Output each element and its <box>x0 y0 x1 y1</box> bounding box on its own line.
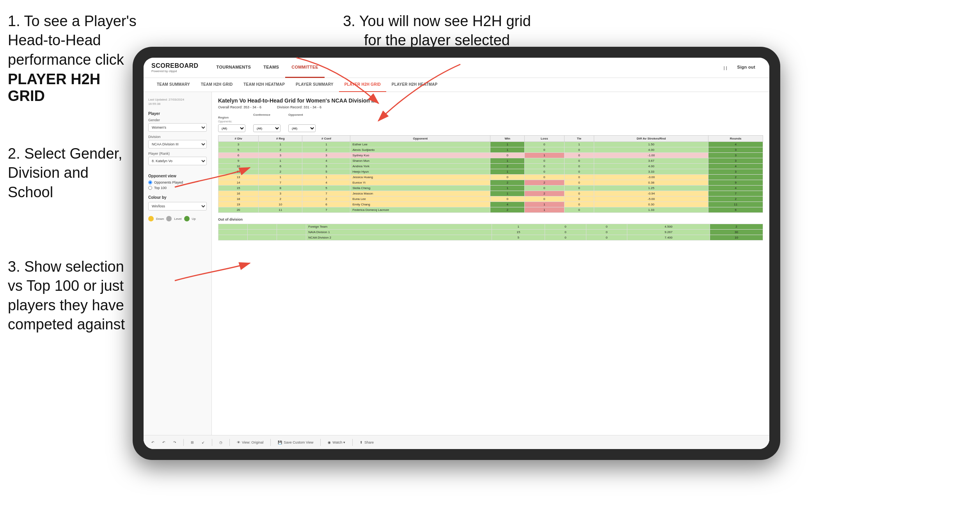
table-cell: 1 <box>259 175 302 180</box>
table-cell: 7 <box>259 180 302 186</box>
table-cell: 4 <box>708 164 763 169</box>
th-loss: Loss <box>525 136 565 142</box>
table-cell: 8 <box>259 186 302 191</box>
colour-by-select[interactable]: Win/loss <box>148 202 207 210</box>
opponent-view-title: Opponent view <box>148 174 207 178</box>
sidebar-player-rank-select[interactable]: 8. Katelyn Vo <box>148 157 207 165</box>
table-cell: 1.25 <box>594 186 708 191</box>
logo-text: SCOREBOARD <box>151 62 199 69</box>
ood-table-cell: 0 <box>545 235 586 241</box>
toolbar-share[interactable]: ⬆ Share <box>357 439 376 446</box>
table-cell: Jessica Mason <box>350 191 490 196</box>
content-area: Katelyn Vo Head-to-Head Grid for Women's… <box>212 92 769 449</box>
sub-nav-team-h2h-grid[interactable]: TEAM H2H GRID <box>195 78 238 92</box>
table-cell: Sydney Kuo <box>350 153 490 158</box>
toolbar-sep4 <box>270 439 271 446</box>
table-cell: 3 <box>259 191 302 196</box>
ood-table-body: Foreign Team1004.5002NAIA Division 11500… <box>218 224 763 241</box>
table-cell: 2 <box>525 191 565 196</box>
sidebar-division-label: Division <box>148 135 207 139</box>
table-cell: 2 <box>708 196 763 202</box>
radio-group: Opponents Played Top 100 <box>148 180 207 190</box>
sign-out-link[interactable]: Sign out <box>731 58 762 78</box>
table-cell: 9 <box>218 158 259 164</box>
table-cell: 0 <box>525 164 565 169</box>
toolbar-sep6 <box>352 439 353 446</box>
toolbar-view-original[interactable]: 👁 View: Original <box>234 439 266 446</box>
sidebar-gender-select[interactable]: Women's Men's <box>148 123 207 132</box>
toolbar-sep3 <box>229 439 230 446</box>
table-cell: 1 <box>525 207 565 213</box>
toolbar-clock[interactable]: ◷ <box>217 439 225 446</box>
radio-top100[interactable]: Top 100 <box>148 186 207 190</box>
logo-sub: Powered by clippd <box>151 69 199 73</box>
ood-table-cell <box>277 224 306 230</box>
table-cell: -1.00 <box>594 153 708 158</box>
sub-nav-player-h2h-grid[interactable]: PLAYER H2H GRID <box>339 78 386 92</box>
ood-table-cell <box>218 224 248 230</box>
nav-item-teams[interactable]: TEAMS <box>257 58 285 78</box>
ood-table-row: NAIA Division 115009.26730 <box>218 230 763 235</box>
toolbar-save-custom-view[interactable]: 💾 Save Custom View <box>275 439 316 446</box>
ood-table-cell <box>277 230 306 235</box>
table-cell: 1 <box>490 147 525 153</box>
table-cell: 4 <box>302 180 350 186</box>
filter-region-label: Region <box>218 116 245 119</box>
sub-nav-player-heatmap[interactable]: PLAYER H2H HEATMAP <box>386 78 443 92</box>
table-row: 311Esther Lee1011.504 <box>218 142 763 147</box>
table-cell: 0 <box>525 175 565 180</box>
ood-table-cell: 1 <box>492 224 545 230</box>
colour-legend: Down Level Up <box>148 216 207 221</box>
sidebar-division-select[interactable]: NCAA Division III NCAA Division I NCAA D… <box>148 140 207 149</box>
nav-item-committee[interactable]: COMMITTEE <box>285 58 325 78</box>
table-cell: 0 <box>564 186 594 191</box>
table-cell: 5 <box>302 186 350 191</box>
nav-item-tournaments[interactable]: TOURNAMENTS <box>210 58 257 78</box>
table-cell: 3.33 <box>594 169 708 175</box>
ood-table-cell <box>248 224 277 230</box>
ood-table-cell: 7.400 <box>627 235 710 241</box>
radio-top100-input[interactable] <box>148 186 152 190</box>
filter-opponent-select[interactable]: (All) <box>288 124 316 132</box>
sub-nav-player-summary[interactable]: PLAYER SUMMARY <box>290 78 339 92</box>
annotation-1-text: 1. To see a Player's Head-to-Head perfor… <box>8 12 137 69</box>
table-cell: 1.33 <box>594 207 708 213</box>
table-cell: 0 <box>490 153 525 158</box>
table-row: 522Alexis Sudjianto1004.003 <box>218 147 763 153</box>
table-cell: Emily Chang <box>350 202 490 207</box>
table-cell: 2 <box>259 196 302 202</box>
filter-region-select[interactable]: (All) <box>218 124 245 132</box>
sub-nav-team-heatmap[interactable]: TEAM H2H HEATMAP <box>238 78 290 92</box>
table-cell: Stella Cheng <box>350 186 490 191</box>
table-row: 1063Andrea York2004.004 <box>218 164 763 169</box>
table-cell: 2 <box>302 147 350 153</box>
table-cell: 18 <box>218 196 259 202</box>
table-cell: 1 <box>259 158 302 164</box>
bottom-toolbar: ↶ ↶ ↷ ⊞ ↙ ◷ 👁 View: Original 💾 <box>212 435 769 449</box>
filter-conference-select[interactable]: (All) <box>253 124 281 132</box>
table-cell: 10 <box>218 164 259 169</box>
toolbar-watch[interactable]: ◉ Watch ▾ <box>325 439 348 446</box>
annotation-3-bottom: 3. Show selection vs Top 100 or just pla… <box>8 257 129 334</box>
radio-opponents-played-input[interactable] <box>148 180 152 184</box>
ood-table-cell: NCAA Division 2 <box>306 235 492 241</box>
filter-opponent: Opponent (All) <box>288 113 316 132</box>
division-record: Division Record: 331 - 34 - 6 <box>277 105 321 109</box>
table-cell: 2 <box>302 196 350 202</box>
table-cell: Andrea York <box>350 164 490 169</box>
ood-table-cell: 4.500 <box>627 224 710 230</box>
th-reg: # Reg <box>259 136 302 142</box>
sub-nav: TEAM SUMMARY TEAM H2H GRID TEAM H2H HEAT… <box>144 78 769 92</box>
table-cell: Euna Lee <box>350 196 490 202</box>
radio-opponents-played[interactable]: Opponents Played <box>148 180 207 184</box>
table-cell: 3 <box>708 147 763 153</box>
table-cell: 4.00 <box>594 147 708 153</box>
table-cell: Esther Lee <box>350 142 490 147</box>
table-cell: 2 <box>490 164 525 169</box>
ood-table-cell: 0 <box>586 224 627 230</box>
sub-nav-team-summary[interactable]: TEAM SUMMARY <box>151 78 195 92</box>
table-row: 1474Eunice Yi2200.389 <box>218 180 763 186</box>
eye-icon: 👁 <box>237 440 240 444</box>
table-row: 914Sharon Mun1003.673 <box>218 158 763 164</box>
sidebar-player-section: Player <box>148 111 207 116</box>
